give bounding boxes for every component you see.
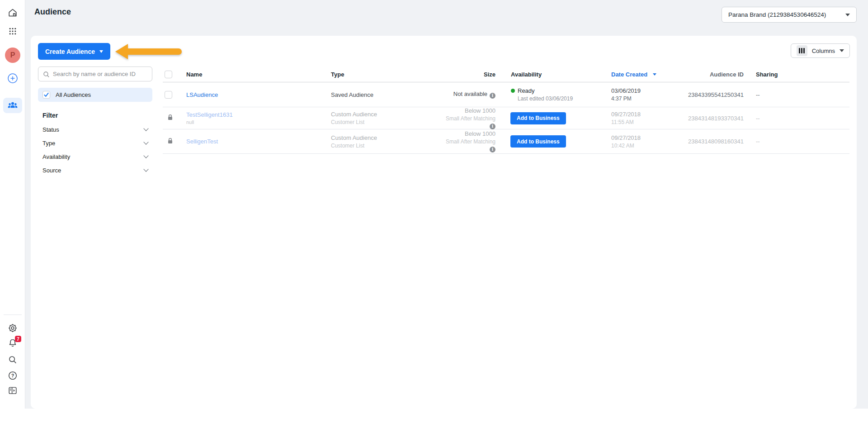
header-date-created-label: Date Created: [611, 71, 647, 78]
arrow-shaft: [127, 48, 182, 55]
left-nav-rail: P: [0, 0, 25, 409]
cell-time: 10:42 AM: [611, 143, 678, 149]
filter-availability[interactable]: Availability: [42, 150, 148, 163]
cell-type: Custom Audience: [331, 111, 440, 118]
audiences-icon: [3, 98, 22, 113]
header-sharing[interactable]: Sharing: [747, 71, 849, 78]
nav-apps-button[interactable]: [0, 27, 25, 37]
cell-sharing: --: [747, 91, 849, 98]
cell-size-sub: Small After Matching: [446, 115, 495, 122]
apps-grid-icon: [8, 27, 17, 37]
header-audience-id[interactable]: Audience ID: [678, 71, 747, 78]
lock-icon: [167, 115, 173, 122]
account-selector-label: Parana Brand (2129384530646524): [728, 11, 845, 18]
nav-help-button[interactable]: ?: [0, 371, 25, 382]
account-selector[interactable]: Parana Brand (2129384530646524): [722, 7, 857, 23]
audience-card: Create Audience Columns All Audiences Fi…: [31, 36, 857, 409]
audience-search-box: [38, 67, 152, 81]
all-audiences-toggle[interactable]: All Audiences: [38, 88, 152, 102]
header-availability[interactable]: Availability: [499, 71, 604, 78]
home-icon: [8, 8, 18, 19]
chevron-down-icon: [143, 139, 148, 144]
audience-name-link[interactable]: LSAudience: [186, 91, 218, 98]
chevron-down-icon: [143, 167, 148, 172]
header-size[interactable]: Size: [440, 71, 499, 78]
filter-source-label: Source: [42, 167, 61, 174]
cell-audience-id: 23843395541250341: [678, 91, 747, 98]
header-date-created[interactable]: Date Created: [604, 71, 678, 78]
cell-type: Saved Audience: [331, 91, 440, 98]
checkbox-checked[interactable]: [42, 91, 50, 99]
cell-size-sub: Small After Matching: [446, 138, 495, 145]
cell-type: Custom Audience: [331, 134, 440, 141]
add-to-business-button[interactable]: Add to Business: [510, 112, 566, 124]
nav-search-button[interactable]: [0, 355, 25, 366]
sort-desc-icon: [653, 73, 656, 76]
top-header: Audience Parana Brand (2129384530646524): [25, 0, 868, 36]
svg-text:?: ?: [11, 373, 14, 378]
page-title: Audience: [34, 7, 71, 17]
cell-size: Below 1000: [440, 107, 495, 114]
filter-panel: All Audiences Filter Status Type Availab…: [38, 67, 152, 177]
lock-icon: [167, 139, 173, 146]
caret-down-icon: [840, 49, 844, 52]
cell-sharing: --: [747, 115, 849, 122]
columns-label: Columns: [812, 48, 835, 54]
info-icon[interactable]: i: [490, 147, 495, 152]
filter-type[interactable]: Type: [42, 136, 148, 150]
chevron-down-icon: [143, 153, 148, 158]
nav-audiences-button[interactable]: [0, 98, 25, 113]
notification-badge: 7: [15, 336, 21, 342]
nav-home-button[interactable]: [0, 8, 25, 19]
nav-collapse-button[interactable]: [0, 386, 25, 397]
audience-search-input[interactable]: [53, 71, 143, 77]
filter-status[interactable]: Status: [42, 123, 148, 136]
cell-availability-sub: Last edited 03/06/2019: [511, 95, 604, 102]
cell-audience-id: 23843148098160341: [678, 138, 747, 145]
audience-row: TestSelligent1631 null Custom Audience C…: [163, 107, 849, 129]
columns-button[interactable]: Columns: [791, 43, 850, 58]
row-checkbox[interactable]: [165, 91, 172, 99]
caret-down-icon: [845, 14, 850, 16]
caret-down-icon: [99, 50, 103, 53]
search-icon: [8, 355, 18, 366]
gear-icon: [8, 323, 18, 334]
all-audiences-label: All Audiences: [56, 91, 91, 98]
header-name[interactable]: Name: [183, 71, 327, 78]
cell-time: 11:55 AM: [611, 119, 678, 125]
arrow-head-icon: [115, 44, 128, 59]
header-type[interactable]: Type: [327, 71, 440, 78]
select-all-checkbox[interactable]: [165, 71, 172, 78]
audience-row: LSAudience Saved Audience Not availablei…: [163, 82, 849, 107]
avatar: P: [5, 48, 20, 63]
plus-icon: [7, 73, 18, 85]
table-header-row: Name Type Size Availability Date Created…: [163, 67, 849, 82]
audience-name-link[interactable]: SelligenTest: [186, 138, 218, 145]
bell-icon: 7: [8, 338, 18, 349]
cell-availability: Ready: [518, 87, 535, 94]
nav-settings-button[interactable]: [0, 323, 25, 334]
create-audience-button[interactable]: Create Audience: [38, 43, 110, 60]
info-icon[interactable]: i: [490, 124, 495, 129]
nav-notifications-button[interactable]: 7: [0, 338, 25, 349]
info-icon[interactable]: i: [490, 93, 495, 99]
filter-status-label: Status: [42, 126, 59, 133]
cell-audience-id: 23843148193370341: [678, 115, 747, 122]
filter-type-label: Type: [42, 140, 55, 147]
rail-divider: [4, 314, 22, 315]
search-icon: [42, 71, 50, 78]
cell-time: 4:37 PM: [611, 95, 678, 102]
add-to-business-button[interactable]: Add to Business: [510, 135, 566, 148]
nav-profile-button[interactable]: P: [0, 48, 25, 63]
cell-size: Below 1000: [440, 130, 495, 137]
cell-date: 09/27/2018: [611, 111, 678, 118]
nav-create-button[interactable]: [0, 73, 25, 85]
cell-date: 09/27/2018: [611, 134, 678, 141]
cell-date: 03/06/2019: [611, 87, 678, 94]
filter-source[interactable]: Source: [42, 163, 148, 177]
columns-icon: [797, 45, 807, 56]
create-audience-label: Create Audience: [45, 48, 95, 55]
avatar-letter: P: [10, 51, 15, 59]
cell-size: Not available: [453, 91, 487, 97]
audience-name-link[interactable]: TestSelligent1631: [186, 111, 233, 118]
